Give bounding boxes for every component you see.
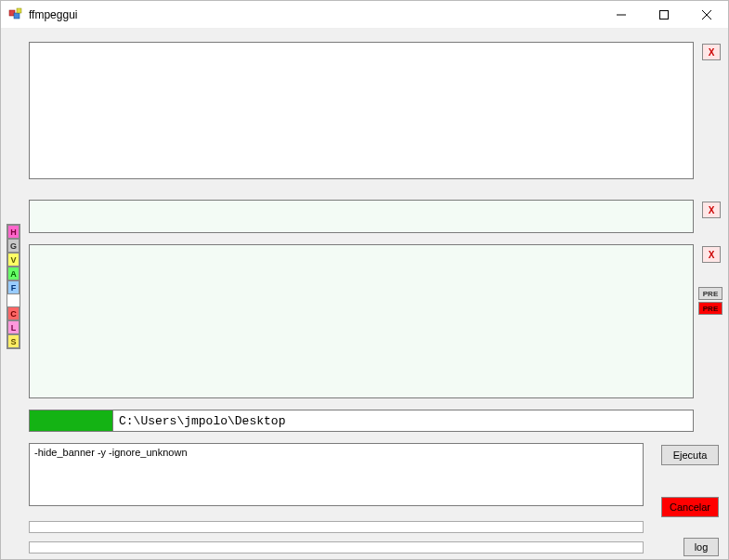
window-controls <box>600 1 728 29</box>
input-files-panel[interactable] <box>29 42 694 179</box>
svg-rect-4 <box>660 10 669 19</box>
clear-mid-button[interactable]: X <box>702 202 721 218</box>
window-title: ffmpeggui <box>29 8 600 21</box>
execute-button[interactable]: Ejecuta <box>661 445 719 465</box>
output-browse-button[interactable] <box>30 410 113 431</box>
client-area: H G V A F C L S X X X PRE PRE -hide_bann… <box>1 29 728 559</box>
preset-button[interactable]: PRE <box>698 287 722 300</box>
maximize-button[interactable] <box>643 1 685 29</box>
side-h-button[interactable]: H <box>7 225 20 239</box>
preset-red-button[interactable]: PRE <box>698 302 722 315</box>
svg-rect-2 <box>17 8 21 13</box>
output-path-input[interactable] <box>113 410 693 431</box>
filter-bar[interactable] <box>29 200 694 233</box>
cancel-button[interactable]: Cancelar <box>661 497 719 517</box>
command-text: -hide_banner -y -ignore_unknown <box>34 447 188 458</box>
side-a-button[interactable]: A <box>7 267 20 280</box>
progress-bar-2 <box>29 541 644 553</box>
command-panel[interactable]: -hide_banner -y -ignore_unknown <box>29 443 644 506</box>
app-icon <box>8 7 23 22</box>
side-g-button[interactable]: G <box>7 239 20 253</box>
titlebar: ffmpeggui <box>1 1 728 29</box>
progress-bar-1 <box>29 521 644 533</box>
side-f-button[interactable]: F <box>7 280 20 294</box>
side-v-button[interactable]: V <box>7 253 20 267</box>
clear-options-button[interactable]: X <box>702 246 721 263</box>
close-button[interactable] <box>685 1 728 29</box>
side-c-button[interactable]: C <box>7 306 20 320</box>
side-s-button[interactable]: S <box>7 334 20 348</box>
output-path-row <box>29 410 694 432</box>
side-column: H G V A F C L S <box>7 224 20 349</box>
clear-top-button[interactable]: X <box>702 44 721 60</box>
svg-rect-1 <box>14 13 20 19</box>
log-button[interactable]: log <box>683 538 719 556</box>
options-panel[interactable] <box>29 244 694 398</box>
minimize-button[interactable] <box>600 1 643 29</box>
side-l-button[interactable]: L <box>7 320 20 334</box>
